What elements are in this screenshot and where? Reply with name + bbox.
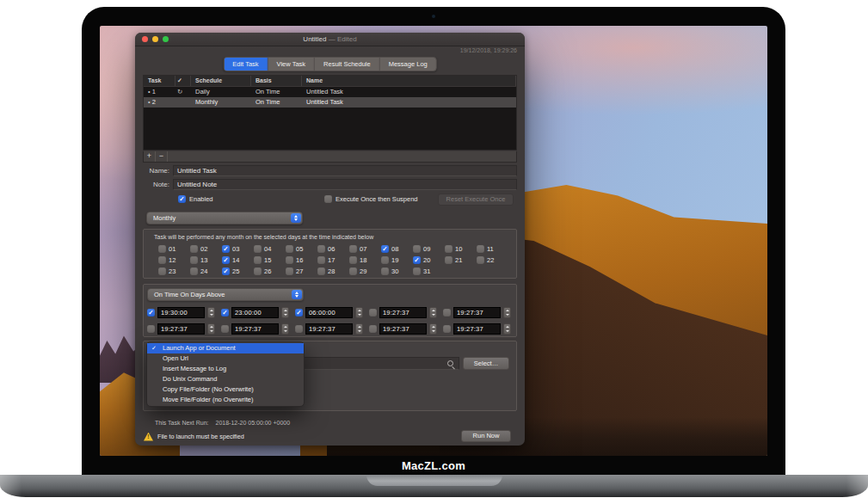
time-checkbox-5[interactable] [443,309,451,317]
close-button[interactable] [142,36,148,42]
time-stepper-icon[interactable] [207,307,215,318]
day-checkbox-29[interactable]: 29 [349,266,381,277]
time-stepper-icon[interactable] [503,323,511,335]
time-checkbox-7[interactable] [221,325,229,333]
column-header-check[interactable]: ✓ [175,76,191,86]
task-table-header: Task✓ScheduleBasisName [144,76,516,87]
day-checkbox-05[interactable]: 05 [286,243,317,255]
time-input-6[interactable]: 19:27:37 [157,323,205,335]
menu-item-launch-app-or-document[interactable]: Launch App or Document [147,343,304,353]
day-checkbox-21[interactable]: 21 [445,255,477,266]
day-checkbox-14[interactable]: 14 [222,255,254,266]
schedule-type-dropdown[interactable]: Monthly [146,212,303,224]
enabled-checkbox[interactable]: Enabled [178,194,213,204]
time-checkbox-8[interactable] [295,325,303,333]
time-checkbox-4[interactable] [369,309,377,317]
task-table-body[interactable]: • 1↻DailyOn TimeUntitled Task• 2MonthlyO… [144,87,516,150]
schedule-caption: Task will be performed any month on the … [154,234,373,240]
time-stepper-icon[interactable] [281,323,289,335]
time-input-5[interactable]: 19:27:37 [453,307,501,318]
day-checkbox-06[interactable]: 06 [317,243,349,255]
day-checkbox-07[interactable]: 07 [349,243,381,255]
time-checkbox-10[interactable] [443,325,451,333]
day-checkbox-17[interactable]: 17 [317,255,349,266]
day-checkbox-13[interactable]: 13 [190,255,222,266]
day-checkbox-22[interactable]: 22 [477,255,508,266]
time-stepper-icon[interactable] [281,307,289,318]
menu-item-open-url[interactable]: Open Url [147,353,304,364]
day-checkbox-31[interactable]: 31 [413,266,445,277]
task-note-input[interactable]: Untitled Note [173,179,517,190]
day-checkbox-11[interactable]: 11 [477,243,508,255]
menu-item-copy-file-folder-no-overwrite[interactable]: Copy File/Folder (No Overwrite) [147,384,304,395]
day-checkbox-12[interactable]: 12 [158,255,190,266]
menu-item-do-unix-command[interactable]: Do Unix Command [147,374,304,384]
time-input-8[interactable]: 19:27:37 [305,323,353,335]
time-stepper-icon[interactable] [355,307,363,318]
time-input-2[interactable]: 23:00:00 [231,307,279,318]
window-titlebar[interactable]: Untitled — Edited [135,33,525,46]
time-input-4[interactable]: 19:27:37 [379,307,427,318]
day-checkbox-10[interactable]: 10 [445,243,477,255]
time-input-10[interactable]: 19:27:37 [453,323,501,335]
day-checkbox-16[interactable]: 16 [286,255,317,266]
time-group-box: On Time On Days Above 19:30:0023:00:0006… [143,284,517,337]
day-checkbox-03[interactable]: 03 [222,243,254,255]
zoom-button[interactable] [163,36,169,42]
menu-item-insert-message-to-log[interactable]: Insert Message to Log [147,364,304,374]
checkbox-icon [349,267,357,275]
time-checkbox-3[interactable] [295,309,303,317]
day-checkbox-28[interactable]: 28 [317,266,349,277]
day-checkbox-23[interactable]: 23 [158,266,190,277]
run-now-button[interactable]: Run Now [461,430,511,442]
time-stepper-icon[interactable] [429,323,437,335]
time-basis-dropdown[interactable]: On Time On Days Above [147,288,304,301]
time-input-1[interactable]: 19:30:00 [157,307,205,318]
day-checkbox-08[interactable]: 08 [381,243,413,255]
task-name-input[interactable]: Untitled Task [173,165,517,176]
day-checkbox-27[interactable]: 27 [286,266,317,277]
day-checkbox-19[interactable]: 19 [381,255,413,266]
time-checkbox-9[interactable] [369,325,377,333]
time-slot-4: 19:27:37 [369,304,443,321]
minimize-button[interactable] [152,36,158,42]
day-checkbox-24[interactable]: 24 [190,266,222,277]
time-stepper-icon[interactable] [207,323,215,335]
time-checkbox-6[interactable] [147,325,155,333]
tab-message-log[interactable]: Message Log [380,58,436,71]
time-checkbox-2[interactable] [221,309,229,317]
column-header-task[interactable]: Task [144,76,175,86]
time-input-9[interactable]: 19:27:37 [379,323,427,335]
day-checkbox-04[interactable]: 04 [254,243,286,255]
tab-view-task[interactable]: View Task [268,58,316,71]
day-checkbox-15[interactable]: 15 [254,255,286,266]
column-header-basis[interactable]: Basis [251,76,302,86]
time-input-7[interactable]: 19:27:37 [231,323,279,335]
time-stepper-icon[interactable] [429,307,437,318]
remove-task-button[interactable]: − [156,151,168,162]
day-checkbox-09[interactable]: 09 [413,243,445,255]
checkbox-icon [286,267,293,275]
day-checkbox-18[interactable]: 18 [349,255,381,266]
time-stepper-icon[interactable] [503,307,511,318]
time-stepper-icon[interactable] [355,323,363,335]
tab-edit-task[interactable]: Edit Task [224,58,268,71]
column-header-schedule[interactable]: Schedule [191,76,251,86]
execute-once-checkbox[interactable]: Execute Once then Suspend [324,194,417,204]
table-row-task-2[interactable]: • 2MonthlyOn TimeUntitled Task [144,97,516,108]
tab-result-schedule[interactable]: Result Schedule [315,58,380,71]
time-checkbox-1[interactable] [147,309,155,317]
select-file-button[interactable]: Select… [463,357,509,370]
table-row-task-1[interactable]: • 1↻DailyOn TimeUntitled Task [144,87,516,97]
day-checkbox-20[interactable]: 20 [413,255,445,266]
time-input-3[interactable]: 06:00:00 [305,307,353,318]
day-checkbox-30[interactable]: 30 [381,266,413,277]
day-checkbox-26[interactable]: 26 [254,266,286,277]
day-checkbox-02[interactable]: 02 [190,243,222,255]
add-task-button[interactable]: + [144,151,156,162]
day-checkbox-25[interactable]: 25 [222,266,254,277]
column-header-name[interactable]: Name [302,76,516,86]
reset-execute-once-button[interactable]: Reset Execute Once [438,194,514,206]
day-checkbox-01[interactable]: 01 [158,243,190,255]
menu-item-move-file-folder-no-overwrite[interactable]: Move File/Folder (no Overwrite) [147,395,304,405]
